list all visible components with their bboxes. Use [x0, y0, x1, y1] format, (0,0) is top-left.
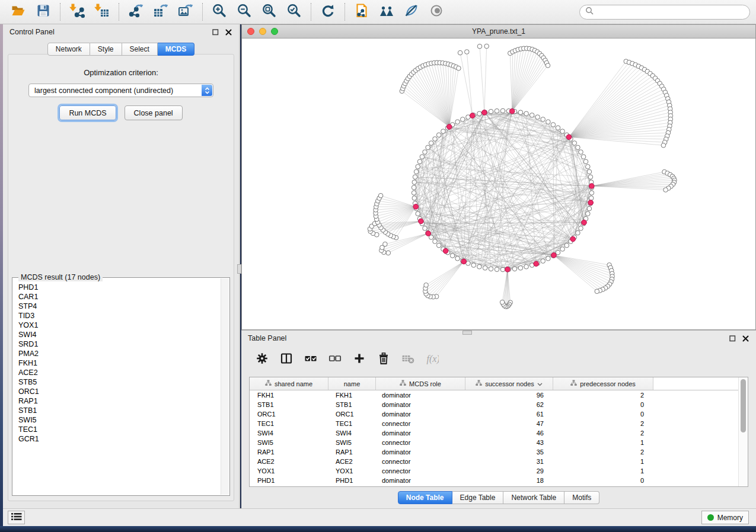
tab-mcds[interactable]: MCDS	[158, 43, 194, 56]
table-cell[interactable]: 1	[553, 458, 653, 465]
table-cell[interactable]: RAP1	[250, 448, 328, 456]
maximize-window-icon[interactable]	[271, 28, 278, 35]
task-history-button[interactable]	[8, 511, 25, 524]
mcds-result-scrollbar[interactable]	[221, 278, 229, 495]
table-cell[interactable]: 0	[553, 411, 653, 418]
search-binoculars-button[interactable]	[374, 2, 399, 22]
hide-graphics-details-button[interactable]	[399, 2, 424, 22]
table-cell[interactable]: YOX1	[328, 467, 376, 475]
import-network-button[interactable]	[65, 2, 90, 22]
optimization-criterion-select[interactable]: largest connected component (undirected)	[28, 84, 213, 97]
table-cell[interactable]: FKH1	[250, 392, 328, 399]
table-cell[interactable]: 18	[465, 477, 553, 484]
float-panel-icon[interactable]	[729, 335, 736, 342]
table-cell[interactable]: 35	[465, 448, 553, 456]
table-cell[interactable]: SWI4	[328, 430, 376, 437]
table-row[interactable]: FKH1FKH1dominator962	[250, 390, 748, 400]
table-row[interactable]: RAP1RAP1dominator352	[250, 447, 748, 457]
split-panel-button[interactable]	[278, 351, 295, 368]
mcds-result-list[interactable]: PHD1CAR1STP4TID3YOX1SWI4SRD1PMA2FKH1ACE2…	[13, 278, 221, 495]
mcds-result-item[interactable]: SWI4	[18, 330, 221, 339]
import-table-button[interactable]	[90, 2, 114, 22]
table-cell[interactable]: connector	[376, 439, 465, 446]
mcds-result-item[interactable]: FKH1	[18, 358, 221, 368]
mcds-result-item[interactable]: TID3	[18, 311, 221, 321]
table-cell[interactable]: 31	[465, 458, 553, 465]
table-cell[interactable]: 2	[553, 448, 653, 456]
close-panel-button[interactable]: Close panel	[125, 105, 183, 120]
network-window-titlebar[interactable]: YPA_prune.txt_1	[242, 25, 755, 39]
table-cell[interactable]: PHD1	[328, 477, 376, 484]
tab-network-table[interactable]: Network Table	[503, 491, 564, 504]
zoom-selected-button[interactable]	[282, 2, 307, 22]
tab-node-table[interactable]: Node Table	[398, 491, 452, 504]
add-column-button[interactable]	[351, 351, 368, 368]
refresh-view-button[interactable]	[315, 2, 340, 22]
delete-column-button[interactable]	[375, 351, 392, 368]
table-cell[interactable]: 2	[553, 392, 653, 399]
mcds-result-item[interactable]: RAP1	[18, 396, 221, 406]
column-header-MCDS-role[interactable]: MCDS role	[376, 377, 465, 390]
table-cell[interactable]: 2	[553, 430, 653, 437]
mcds-result-item[interactable]: ACE2	[18, 368, 221, 377]
table-row[interactable]: SWI5SWI5connector431	[250, 438, 748, 447]
table-cell[interactable]: FKH1	[328, 392, 376, 399]
zoom-in-button[interactable]	[207, 2, 232, 22]
deselect-all-button[interactable]	[327, 351, 343, 368]
table-row[interactable]: SWI4SWI4dominator462	[250, 428, 748, 438]
table-cell[interactable]: 1	[553, 439, 653, 446]
open-file-button[interactable]	[6, 2, 31, 22]
table-cell[interactable]: 62	[465, 401, 553, 408]
table-row[interactable]: ACE2ACE2connector311	[250, 457, 748, 466]
table-cell[interactable]: SWI5	[328, 439, 376, 446]
column-header-predecessor-nodes[interactable]: predecessor nodes	[553, 377, 653, 390]
close-panel-icon[interactable]	[742, 335, 749, 342]
export-image-button[interactable]	[173, 2, 198, 22]
table-cell[interactable]: dominator	[376, 392, 465, 399]
table-cell[interactable]: connector	[376, 467, 465, 475]
table-cell[interactable]: 0	[553, 477, 653, 484]
tab-edge-table[interactable]: Edge Table	[452, 491, 504, 504]
mcds-result-item[interactable]: STB1	[18, 406, 221, 415]
vertical-splitter-grip[interactable]	[237, 264, 241, 274]
mcds-result-item[interactable]: STB5	[18, 377, 221, 387]
table-row[interactable]: ORC1ORC1dominator610	[250, 409, 748, 419]
settings-button[interactable]	[254, 351, 270, 368]
export-network-button[interactable]	[123, 2, 148, 22]
mcds-result-item[interactable]: SRD1	[18, 339, 221, 349]
table-cell[interactable]: 96	[465, 392, 553, 399]
mcds-result-item[interactable]: PHD1	[18, 283, 221, 292]
column-header-name[interactable]: name	[328, 377, 376, 390]
table-scrollbar[interactable]	[738, 377, 748, 486]
table-row[interactable]: TEC1TEC1connector472	[250, 419, 748, 428]
tab-motifs[interactable]: Motifs	[564, 491, 599, 504]
table-row[interactable]: STB1STB1dominator620	[250, 400, 748, 409]
search-box[interactable]	[579, 5, 750, 20]
save-session-button[interactable]	[31, 2, 56, 22]
mcds-result-item[interactable]: STP4	[18, 302, 221, 311]
search-input[interactable]	[596, 7, 744, 17]
table-cell[interactable]: ACE2	[328, 458, 376, 465]
close-window-icon[interactable]	[247, 28, 254, 35]
zoom-out-button[interactable]	[232, 2, 257, 22]
table-cell[interactable]: ACE2	[250, 458, 328, 465]
run-mcds-button[interactable]: Run MCDS	[59, 105, 116, 120]
select-all-button[interactable]	[302, 351, 319, 368]
horizontal-splitter-grip[interactable]	[462, 331, 472, 335]
table-cell[interactable]: YOX1	[250, 467, 328, 475]
table-cell[interactable]: connector	[376, 458, 465, 465]
memory-button[interactable]: Memory	[701, 511, 749, 524]
show-graphics-details-button[interactable]	[424, 2, 449, 22]
table-cell[interactable]: STB1	[250, 401, 328, 408]
table-cell[interactable]: ORC1	[250, 411, 328, 418]
table-cell[interactable]: PHD1	[250, 477, 328, 484]
tab-network[interactable]: Network	[47, 43, 90, 56]
network-canvas[interactable]	[242, 39, 755, 329]
tab-select[interactable]: Select	[122, 43, 158, 56]
table-cell[interactable]: dominator	[376, 448, 465, 456]
table-cell[interactable]: SWI5	[250, 439, 328, 446]
table-cell[interactable]: dominator	[376, 477, 465, 484]
zoom-fit-button[interactable]	[257, 2, 282, 22]
close-panel-icon[interactable]	[225, 28, 232, 36]
table-cell[interactable]: SWI4	[250, 430, 328, 437]
